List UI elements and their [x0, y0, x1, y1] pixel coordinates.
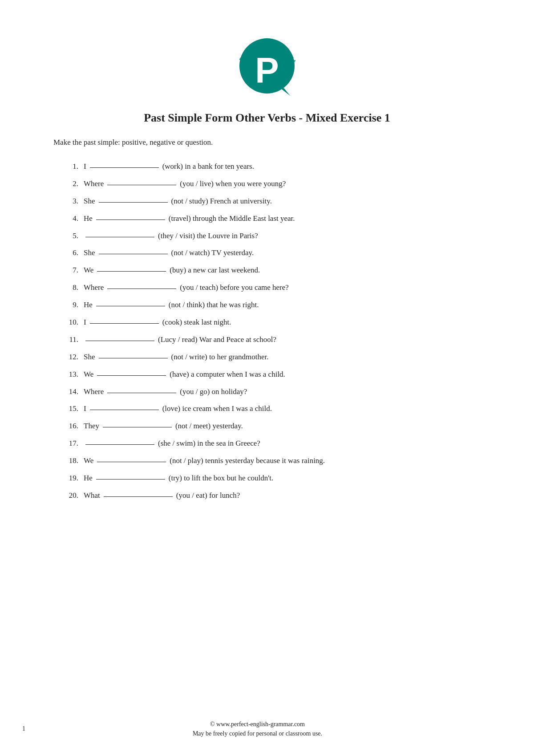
item-prefix: We — [84, 368, 93, 381]
exercise-item: 4.He(travel) through the Middle East las… — [62, 212, 481, 225]
exercise-item: 11.(Lucy / read) War and Peace at school… — [62, 333, 481, 346]
exercise-item: 20.What(you / eat) for lunch? — [62, 489, 481, 502]
item-number: 10. — [62, 316, 84, 329]
exercise-item: 3.She(not / study) French at university. — [62, 195, 481, 208]
svg-text:P: P — [255, 50, 279, 90]
footer-center: © www.perfect-english-grammar.com May be… — [193, 719, 322, 738]
logo-container: P PERFECT ENGLISH GRAMMAR — [53, 18, 481, 98]
answer-blank — [107, 393, 176, 393]
exercise-item: 5.(they / visit) the Louvre in Paris? — [62, 230, 481, 243]
item-content: (Lucy / read) War and Peace at school? — [84, 333, 481, 346]
footer-note: May be freely copied for personal or cla… — [193, 729, 322, 738]
item-number: 1. — [62, 160, 84, 173]
item-content: Where(you / live) when you were young? — [84, 178, 481, 191]
item-content: I(work) in a bank for ten years. — [84, 160, 481, 173]
item-number: 8. — [62, 281, 84, 294]
exercise-list: 1.I(work) in a bank for ten years.2.Wher… — [62, 160, 481, 502]
item-suffix: (not / write) to her grandmother. — [171, 351, 269, 364]
item-content: We(not / play) tennis yesterday because … — [84, 455, 481, 467]
page-title: Past Simple Form Other Verbs - Mixed Exe… — [53, 111, 481, 125]
item-content: I(love) ice cream when I was a child. — [84, 402, 481, 415]
item-content: What(you / eat) for lunch? — [84, 489, 481, 502]
exercise-item: 15.I(love) ice cream when I was a child. — [62, 402, 481, 415]
item-suffix: (she / swim) in the sea in Greece? — [158, 437, 260, 450]
item-suffix: (cook) steak last night. — [162, 316, 231, 329]
item-suffix: (Lucy / read) War and Peace at school? — [158, 333, 276, 346]
exercise-item: 12.She(not / write) to her grandmother. — [62, 351, 481, 364]
item-prefix: I — [84, 402, 86, 415]
item-prefix: Where — [84, 281, 104, 294]
exercise-item: 17.(she / swim) in the sea in Greece? — [62, 437, 481, 450]
item-number: 16. — [62, 420, 84, 433]
item-prefix: Where — [84, 386, 104, 398]
exercise-item: 2.Where(you / live) when you were young? — [62, 178, 481, 191]
item-number: 17. — [62, 437, 84, 450]
answer-blank — [104, 496, 173, 497]
item-suffix: (travel) through the Middle East last ye… — [169, 212, 295, 225]
instructions-text: Make the past simple: positive, negative… — [53, 138, 481, 147]
item-prefix: They — [84, 420, 99, 433]
item-number: 20. — [62, 489, 84, 502]
footer-page-number: 1 — [22, 725, 25, 732]
answer-blank — [85, 444, 154, 445]
item-number: 9. — [62, 299, 84, 312]
item-number: 3. — [62, 195, 84, 208]
item-content: We(have) a computer when I was a child. — [84, 368, 481, 381]
item-prefix: What — [84, 489, 100, 502]
exercise-item: 8.Where(you / teach) before you came her… — [62, 281, 481, 294]
exercise-item: 9.He(not / think) that he was right. — [62, 299, 481, 312]
item-content: She(not / study) French at university. — [84, 195, 481, 208]
footer: 1 © www.perfect-english-grammar.com May … — [0, 719, 534, 738]
answer-blank — [96, 219, 165, 220]
answer-blank — [97, 271, 166, 272]
item-number: 6. — [62, 247, 84, 260]
exercise-item: 16.They(not / meet) yesterday. — [62, 420, 481, 433]
item-content: He(not / think) that he was right. — [84, 299, 481, 312]
answer-blank — [85, 341, 154, 341]
exercise-item: 14.Where(you / go) on holiday? — [62, 386, 481, 398]
logo-arc-svg: P PERFECT ENGLISH GRAMMAR — [231, 27, 303, 98]
item-number: 18. — [62, 455, 84, 467]
item-suffix: (work) in a bank for ten years. — [162, 160, 254, 173]
item-prefix: I — [84, 160, 86, 173]
item-number: 19. — [62, 472, 84, 485]
item-number: 13. — [62, 368, 84, 381]
item-number: 7. — [62, 264, 84, 277]
item-content: She(not / write) to her grandmother. — [84, 351, 481, 364]
item-number: 11. — [62, 333, 84, 346]
item-number: 15. — [62, 402, 84, 415]
item-number: 5. — [62, 230, 84, 243]
footer-website: © www.perfect-english-grammar.com — [193, 719, 322, 729]
item-content: They(not / meet) yesterday. — [84, 420, 481, 433]
logo-wrapper: P PERFECT ENGLISH GRAMMAR — [231, 27, 303, 98]
answer-blank — [90, 410, 159, 410]
answer-blank — [96, 479, 165, 480]
item-content: (they / visit) the Louvre in Paris? — [84, 230, 481, 243]
item-suffix: (not / meet) yesterday. — [175, 420, 243, 433]
answer-blank — [90, 167, 159, 168]
item-suffix: (you / live) when you were young? — [180, 178, 286, 191]
exercise-item: 10.I(cook) steak last night. — [62, 316, 481, 329]
answer-blank — [103, 427, 172, 427]
answer-blank — [97, 375, 166, 376]
item-suffix: (not / think) that he was right. — [169, 299, 259, 312]
answer-blank — [85, 237, 154, 237]
item-content: She(not / watch) TV yesterday. — [84, 247, 481, 260]
item-content: He(try) to lift the box but he couldn't. — [84, 472, 481, 485]
item-prefix: He — [84, 212, 93, 225]
item-suffix: (they / visit) the Louvre in Paris? — [158, 230, 258, 243]
item-suffix: (you / eat) for lunch? — [176, 489, 240, 502]
item-number: 4. — [62, 212, 84, 225]
exercise-item: 19.He(try) to lift the box but he couldn… — [62, 472, 481, 485]
exercise-item: 7.We(buy) a new car last weekend. — [62, 264, 481, 277]
svg-marker-2 — [280, 88, 290, 96]
item-content: We(buy) a new car last weekend. — [84, 264, 481, 277]
item-suffix: (you / go) on holiday? — [180, 386, 247, 398]
item-suffix: (you / teach) before you came here? — [180, 281, 288, 294]
item-suffix: (try) to lift the box but he couldn't. — [169, 472, 273, 485]
answer-blank — [99, 254, 168, 254]
answer-blank — [107, 185, 176, 185]
item-content: (she / swim) in the sea in Greece? — [84, 437, 481, 450]
item-suffix: (buy) a new car last weekend. — [170, 264, 260, 277]
answer-blank — [99, 202, 168, 203]
